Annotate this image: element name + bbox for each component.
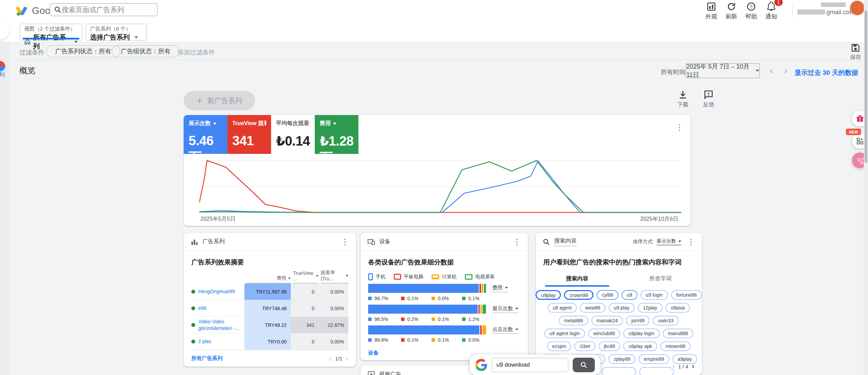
search-term-chip[interactable]: mamak24 — [591, 316, 623, 325]
feedback-label: 反馈 — [703, 101, 714, 108]
date-next-button[interactable]: › — [781, 65, 790, 76]
devices-link[interactable]: 设备 — [368, 350, 379, 356]
overlay-search-input[interactable] — [492, 358, 568, 372]
kebab-menu-icon[interactable]: ⋮ — [687, 238, 695, 246]
sort-value-selector[interactable]: 展示次数 — [657, 238, 681, 245]
search-term-chip[interactable]: u9 login — [641, 290, 668, 300]
help-button[interactable]: ? 帮助 — [741, 2, 762, 20]
metric-label: 费用 — [320, 120, 331, 127]
kebab-menu-icon[interactable]: ⋮ — [341, 238, 349, 246]
column-header-view-rate[interactable]: 观看率 (Tru... — [321, 270, 348, 284]
views-cell: 0 — [291, 333, 319, 350]
tab-search-terms[interactable]: 搜索内容 — [536, 272, 619, 287]
date-prev-button[interactable]: ‹ — [767, 65, 776, 76]
search-term-chip[interactable]: jom99 — [626, 316, 650, 325]
search-term-chip[interactable]: winclub88 — [588, 329, 620, 338]
search-term-chip[interactable]: u9 — [622, 290, 637, 300]
campaign-selector-value: 选择广告系列 — [90, 33, 130, 42]
device-percentage: 98.5% — [368, 316, 401, 322]
device-legend-label: 电视屏幕 — [475, 274, 495, 280]
download-button[interactable]: 下载 — [672, 89, 694, 108]
save-button[interactable]: 保存 — [845, 43, 866, 61]
search-term-chip[interactable]: u9play login — [623, 329, 660, 338]
device-legend-label: 手机 — [376, 274, 385, 280]
refresh-label: 刷新 — [726, 12, 737, 20]
devices-card: 设备 ⋮ 各类设备的广告效果细分数据 手机平板电脑计算机电视屏幕 费用99.7%… — [361, 233, 528, 360]
search-input[interactable] — [62, 6, 154, 14]
all-campaigns-link[interactable]: 所有广告系列 — [191, 355, 223, 362]
campaign-link[interactable]: e88 — [198, 305, 206, 312]
search-term-chip[interactable]: jkc88 — [599, 341, 620, 351]
search-term-chip[interactable]: meta888 — [559, 316, 588, 325]
search-term-chip[interactable]: cyl88 — [597, 290, 618, 300]
view-rate-cell: 0.00% — [319, 333, 348, 350]
avatar[interactable] — [850, 1, 865, 15]
feedback-button[interactable]: 反馈 — [697, 89, 720, 108]
overlay-search-button[interactable] — [573, 358, 595, 372]
card-title[interactable]: 搜索内容 — [554, 237, 576, 246]
new-campaign-button[interactable]: + 新广告系列 — [184, 91, 255, 110]
search-term-chip[interactable]: uwin33 — [653, 316, 678, 325]
search-term-chip[interactable]: u9 agent — [548, 303, 577, 313]
search-term-chip[interactable]: zplay88 — [608, 354, 635, 364]
legend-square-icon — [368, 317, 372, 321]
device-metric-selector[interactable]: 费用 — [492, 285, 508, 292]
campaign-link[interactable]: 2 plas — [198, 338, 211, 345]
search-term-chip[interactable]: 12play — [638, 303, 662, 313]
search-term-chip[interactable]: manu888 — [663, 329, 693, 338]
search-term-chip[interactable]: u9play — [536, 290, 561, 300]
computer-icon — [432, 274, 439, 279]
search-term-chip[interactable]: fortune88 — [671, 290, 702, 300]
search-term-chip[interactable]: mtown88 — [660, 341, 691, 351]
device-metric-selector[interactable]: 展示次数 — [492, 305, 518, 313]
page-prev-icon[interactable]: ‹ — [329, 355, 331, 363]
search-term-chip[interactable] — [601, 367, 636, 375]
chip-row: u9 agentwow88u9 play12plays9asia — [536, 303, 702, 313]
kebab-menu-icon[interactable]: ⋮ — [513, 238, 521, 246]
search-term-chip[interactable]: u9 play — [609, 303, 635, 313]
column-header-trueview[interactable]: TrueView ... — [293, 270, 319, 284]
search-term-chip[interactable]: u9 agent login — [544, 329, 585, 338]
search-term-chip[interactable]: crown99 — [564, 290, 593, 300]
date-range-picker[interactable]: 2025年 5月 7日 – 10月 11日 — [686, 63, 760, 78]
metric-card-impressions[interactable]: 展示次数 5.46万 — [184, 115, 227, 154]
device-stacked-bar — [368, 305, 486, 314]
column-header-cost[interactable]: 费用 — [246, 275, 291, 284]
x-axis-start-label: 2025年5月5日 — [200, 216, 235, 223]
search-term-chip[interactable]: wow88 — [580, 303, 606, 313]
metric-card-cost[interactable]: 费用 ₺1.28万 — [315, 115, 358, 154]
filter-chip-adgroup-status[interactable]: 广告组状态：所有 — [112, 45, 180, 58]
page-title: 概览 — [19, 65, 35, 76]
caret-down-icon — [333, 123, 337, 125]
search-term-chip[interactable] — [639, 367, 674, 375]
device-metric-selector[interactable]: 点击次数 — [492, 326, 518, 334]
global-search[interactable] — [50, 3, 158, 16]
search-term-chip[interactable]: i1bet — [574, 341, 595, 351]
tab-included-words[interactable]: 所含字词 — [619, 272, 702, 287]
search-term-chip[interactable]: ezspin — [547, 341, 571, 351]
metric-label: 展示次数 — [189, 120, 211, 127]
view-rate-cell: 0.00% — [319, 300, 348, 316]
refresh-button[interactable]: 刷新 — [721, 2, 742, 20]
show-last-30-days-link[interactable]: 显示过去 30 天的数据 — [795, 68, 858, 77]
search-term-chip[interactable]: s9asia — [666, 303, 690, 313]
scrollbar-thumb[interactable] — [865, 10, 867, 163]
save-icon — [851, 43, 860, 53]
view-selector[interactable]: 视图（2 个过滤条件） 所有广告系列 — [19, 24, 83, 41]
kebab-menu-icon[interactable]: ⋮ — [675, 123, 684, 132]
add-filter-button[interactable]: 添加过滤条件 — [177, 48, 215, 56]
metric-card-avg-cpv[interactable]: 平均每次观看费用 (... ₺0.14 — [271, 115, 315, 154]
search-term-chip[interactable]: u9play apk — [623, 341, 657, 351]
page-next-icon[interactable]: › — [692, 363, 694, 370]
page-next-icon[interactable]: › — [346, 355, 348, 363]
campaign-link[interactable]: Video Video görüntülemeleri -... — [198, 319, 242, 332]
page-prev-icon[interactable]: ‹ — [672, 363, 675, 370]
google-ads-triangle-icon — [16, 5, 27, 16]
campaign-link[interactable]: HengOngHuat99 — [198, 288, 235, 295]
device-bar-group: 点击次数99.8%0.1%0.1%0.0% — [368, 325, 520, 345]
search-term-chip[interactable]: empire88 — [639, 354, 669, 364]
campaign-selector[interactable]: 广告系列（6 个） 选择广告系列 — [85, 24, 147, 41]
status-enabled-dot — [191, 340, 195, 343]
appearance-button[interactable]: 外观 — [701, 2, 722, 20]
metric-card-trueview-views[interactable]: TrueView 观看次数 341 — [227, 115, 271, 154]
